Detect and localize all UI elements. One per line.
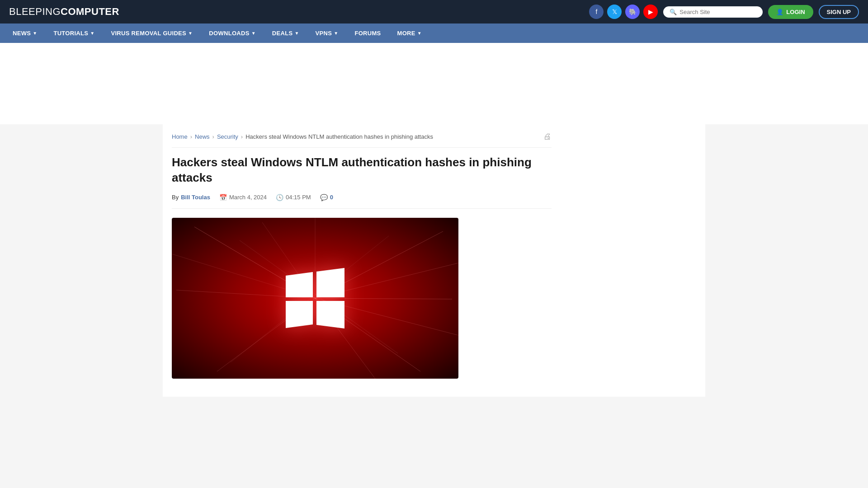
logo-text-bold: COMPUTER (61, 6, 119, 17)
login-button[interactable]: 👤 LOGIN (768, 5, 813, 19)
chevron-down-icon: ▼ (417, 31, 422, 36)
article-date: 📅 March 4, 2024 (219, 194, 267, 201)
nav-item-news[interactable]: NEWS ▼ (5, 23, 45, 43)
chevron-down-icon: ▼ (90, 31, 94, 36)
twitter-icon[interactable]: 𝕏 (607, 5, 622, 19)
chevron-down-icon: ▼ (294, 31, 299, 36)
breadcrumb-security[interactable]: Security (217, 133, 238, 140)
print-icon[interactable]: 🖨 (543, 132, 552, 141)
mastodon-icon[interactable]: 🐘 (625, 5, 640, 19)
search-icon: 🔍 (670, 9, 677, 15)
person-icon: 👤 (776, 9, 783, 15)
main-content: Home › News › Security › Hackers steal W… (163, 124, 705, 397)
nav-item-deals[interactable]: DEALS ▼ (264, 23, 307, 43)
breadcrumb-separator: › (241, 133, 243, 140)
search-bar: 🔍 (663, 6, 763, 18)
nav-item-vpns[interactable]: VPNS ▼ (307, 23, 347, 43)
nav-item-forums[interactable]: FORUMS (346, 23, 389, 43)
article-comments[interactable]: 💬 0 (320, 194, 333, 201)
header-right: f 𝕏 🐘 ▶ 🔍 👤 LOGIN SIGN UP (589, 5, 859, 19)
windows-logo (279, 267, 351, 330)
article-author: By Bill Toulas (172, 194, 210, 201)
chevron-down-icon: ▼ (251, 31, 256, 36)
nav-item-more[interactable]: MORE ▼ (389, 23, 430, 43)
calendar-icon: 📅 (219, 194, 227, 201)
youtube-icon[interactable]: ▶ (643, 5, 658, 19)
logo-text-light: BLEEPING (9, 6, 61, 17)
nav-item-downloads[interactable]: DOWNLOADS ▼ (201, 23, 264, 43)
site-header: BLEEPINGCOMPUTER f 𝕏 🐘 ▶ 🔍 👤 LOGIN SIGN … (0, 0, 868, 23)
article-body: Home › News › Security › Hackers steal W… (172, 133, 552, 388)
clock-icon: 🕓 (276, 194, 283, 201)
breadcrumb-news[interactable]: News (195, 133, 210, 140)
social-icons: f 𝕏 🐘 ▶ (589, 5, 658, 19)
breadcrumb: Home › News › Security › Hackers steal W… (172, 133, 552, 148)
author-link[interactable]: Bill Toulas (181, 194, 210, 201)
main-nav: NEWS ▼ TUTORIALS ▼ VIRUS REMOVAL GUIDES … (0, 23, 868, 43)
article-title: Hackers steal Windows NTLM authenticatio… (172, 155, 552, 186)
search-input[interactable] (679, 9, 756, 15)
article-image (172, 218, 458, 379)
site-logo[interactable]: BLEEPINGCOMPUTER (9, 6, 119, 18)
article-time: 🕓 04:15 PM (276, 194, 311, 201)
advertisement-banner (0, 43, 868, 124)
breadcrumb-separator: › (212, 133, 214, 140)
comment-icon: 💬 (320, 194, 328, 201)
breadcrumb-separator: › (190, 133, 192, 140)
content-layout: Home › News › Security › Hackers steal W… (172, 133, 696, 388)
breadcrumb-current: Hackers steal Windows NTLM authenticatio… (245, 133, 433, 140)
facebook-icon[interactable]: f (589, 5, 604, 19)
breadcrumb-home[interactable]: Home (172, 133, 188, 140)
sidebar (561, 133, 696, 388)
article-meta: By Bill Toulas 📅 March 4, 2024 🕓 04:15 P… (172, 194, 552, 209)
nav-item-tutorials[interactable]: TUTORIALS ▼ (45, 23, 103, 43)
signup-button[interactable]: SIGN UP (819, 5, 859, 19)
chevron-down-icon: ▼ (188, 31, 193, 36)
chevron-down-icon: ▼ (334, 31, 338, 36)
chevron-down-icon: ▼ (33, 31, 37, 36)
nav-item-virus-removal[interactable]: VIRUS REMOVAL GUIDES ▼ (103, 23, 201, 43)
